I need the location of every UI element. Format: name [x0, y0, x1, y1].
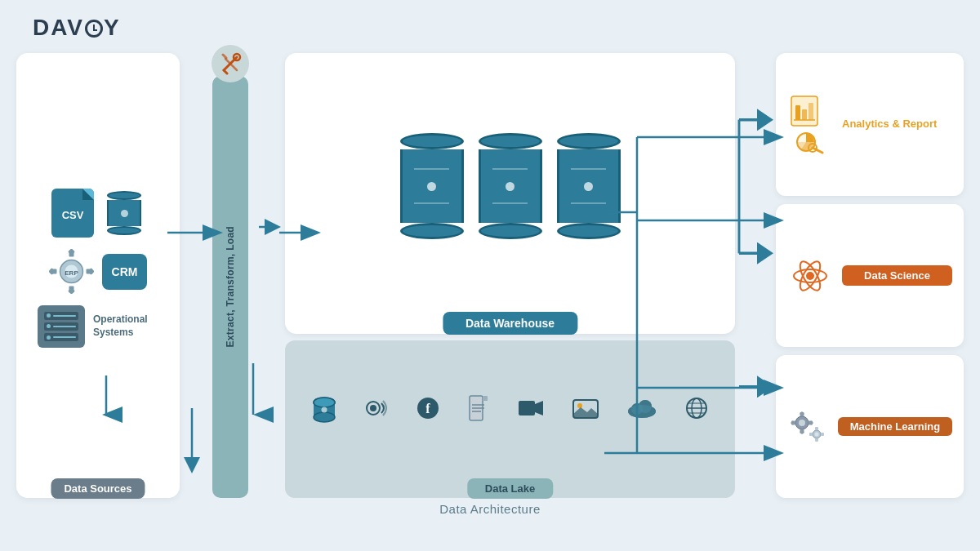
svg-point-22: [322, 407, 327, 412]
db-icon: [104, 191, 145, 235]
dw-cylinder-1: [400, 133, 464, 239]
bottom-label: Data Architecture: [16, 502, 964, 516]
etl-label: Extract, Transform, Load: [225, 226, 236, 348]
csv-icon: CSV: [51, 189, 94, 238]
svg-rect-80: [815, 438, 818, 442]
logo: DAVY: [33, 15, 121, 41]
etl-column: Extract, Transform, Load: [209, 53, 252, 498]
lake-icon-doc: [468, 395, 489, 424]
server-icon: [38, 305, 85, 348]
ds-row-2: ERP: [49, 249, 147, 294]
svg-point-78: [815, 432, 819, 436]
center-column: Data Warehouse: [285, 53, 735, 498]
dw-right-arrows-svg: [735, 53, 776, 498]
data-lake-panel: f: [285, 340, 735, 498]
svg-rect-32: [519, 401, 535, 415]
svg-rect-81: [809, 433, 813, 436]
svg-rect-28: [483, 396, 488, 401]
svg-point-35: [577, 403, 582, 408]
svg-rect-79: [815, 427, 818, 430]
svg-text:f: f: [426, 402, 431, 415]
svg-rect-57: [808, 103, 813, 120]
machine-learning-label: Machine Learning: [838, 417, 952, 436]
ml-icon: [787, 407, 828, 447]
svg-point-41: [639, 400, 652, 413]
lake-icon-globe: [685, 397, 708, 423]
crm-icon: CRM: [102, 254, 147, 290]
main-container: CSV: [16, 53, 964, 522]
erp-icon: ERP: [49, 249, 94, 294]
ds-down-arrow-area: [180, 53, 204, 498]
lake-icon-db: [312, 396, 336, 424]
svg-rect-55: [795, 105, 800, 120]
analytics-icons: [787, 96, 832, 154]
svg-point-21: [314, 398, 335, 407]
svg-point-66: [807, 273, 813, 279]
svg-point-20: [314, 412, 335, 422]
data-science-label: Data Science: [842, 265, 952, 286]
operational-systems-label: Operational Systems: [93, 313, 158, 339]
data-warehouse-panel: Data Warehouse: [285, 53, 735, 334]
data-science-card: Data Science: [776, 204, 964, 347]
data-sources-label: Data Sources: [51, 478, 145, 499]
ds-row-1: CSV: [51, 189, 145, 238]
svg-line-13: [224, 70, 227, 73]
data-sources-panel: CSV: [16, 53, 180, 498]
svg-point-68: [799, 420, 805, 426]
analytics-card: Analytics & Report: [776, 53, 964, 196]
svg-rect-56: [802, 109, 807, 120]
etl-bar: Extract, Transform, Load: [212, 76, 248, 498]
svg-line-16: [223, 55, 226, 58]
lake-icon-cloud: [627, 398, 657, 421]
etl-icon: [212, 45, 249, 82]
lake-icon-image: [572, 398, 599, 422]
dw-label: Data Warehouse: [443, 312, 577, 335]
svg-marker-33: [535, 401, 543, 415]
dw-cylinder-3: [557, 133, 621, 239]
ds-down-arrow: [184, 408, 200, 473]
dw-to-output-arrows: [735, 53, 776, 498]
machine-learning-card: Machine Learning: [776, 355, 964, 498]
dw-cylinder-2: [479, 133, 542, 239]
svg-rect-82: [821, 433, 824, 436]
data-lake-label: Data Lake: [467, 478, 553, 499]
ds-icon-container: [787, 253, 832, 298]
ds-row-3: Operational Systems: [38, 305, 158, 348]
lake-icon-audio: [365, 397, 388, 423]
lake-icon-social: f: [416, 397, 439, 423]
analytics-label: Analytics & Report: [842, 118, 952, 131]
lake-icon-video: [518, 398, 544, 421]
etl-to-dw-arrow: [256, 53, 285, 498]
svg-text:ERP: ERP: [65, 269, 78, 277]
right-panel: Analytics & Report Data Science: [776, 53, 964, 498]
content-area: CSV: [16, 53, 964, 498]
svg-point-24: [370, 405, 376, 411]
